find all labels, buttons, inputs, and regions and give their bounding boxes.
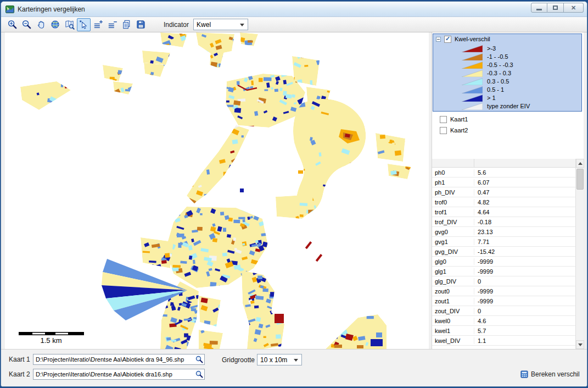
toolbar-buttons xyxy=(5,18,148,31)
window-title: Karteringen vergelijken xyxy=(18,5,85,13)
scroll-down-button[interactable] xyxy=(576,340,584,349)
kaart1-checkbox[interactable] xyxy=(440,116,447,123)
gridgrootte-value: 10 x 10m xyxy=(260,356,287,364)
indicator-select[interactable]: Kwel xyxy=(193,19,248,30)
minimize-icon xyxy=(536,9,542,10)
attribute-table-body: ph05.6ph16.07ph_DIV0.47trof04.82trof14.6… xyxy=(432,168,575,346)
maximize-button[interactable] xyxy=(547,3,564,13)
zoom-out-button[interactable] xyxy=(20,18,33,31)
row-key: trof1 xyxy=(432,209,474,215)
layer-list: Kaart1Kaart2 xyxy=(440,114,468,136)
calculator-icon xyxy=(520,370,528,378)
layer-row-kaart1: Kaart1 xyxy=(440,114,468,125)
table-row: trof04.82 xyxy=(432,197,575,207)
table-row: gvg17.71 xyxy=(432,237,575,247)
toolbar: Indicator Kwel xyxy=(1,17,587,32)
zoom-in-button[interactable] xyxy=(5,18,19,31)
kaart1-browse-icon[interactable] xyxy=(195,355,204,364)
map-panel: 1.5 km xyxy=(5,32,429,349)
attribute-table: ph05.6ph16.07ph_DIV0.47trof04.82trof14.6… xyxy=(432,159,575,349)
select-arrow-button[interactable] xyxy=(77,18,91,31)
client-area: 1.5 km Kwel-verschil >-3-1 - -0.5-0.5 - … xyxy=(1,32,587,349)
full-extent-globe-button[interactable] xyxy=(48,18,62,31)
table-row: glg0-9999 xyxy=(432,257,575,267)
maximize-icon xyxy=(553,5,558,10)
gridgrootte-select[interactable]: 10 x 10m xyxy=(257,354,302,365)
app-window: Karteringen vergelijken ✕ Indicator Kwel… xyxy=(1,1,587,387)
row-value: -0.18 xyxy=(474,219,575,225)
table-row: trof_DIV-0.18 xyxy=(432,217,575,227)
kwel-verschil-checkbox[interactable] xyxy=(444,36,451,43)
table-scrollbar[interactable] xyxy=(575,159,584,349)
app-icon xyxy=(5,5,14,14)
copy-button[interactable] xyxy=(120,18,133,31)
minimize-button[interactable] xyxy=(531,3,547,13)
legend-items: >-3-1 - -0.5-0.5 - -0.3-0.3 - 0.30.3 - 0… xyxy=(433,44,581,110)
legend-item: -1 - -0.5 xyxy=(462,52,581,60)
legend-swatch xyxy=(462,78,483,85)
add-lines-button[interactable] xyxy=(91,18,105,31)
legend-swatch xyxy=(462,70,483,77)
table-row: ph16.07 xyxy=(432,178,575,187)
zoom-in-icon xyxy=(7,19,18,30)
table-row: ph_DIV0.47 xyxy=(432,187,575,197)
table-row: trof14.64 xyxy=(432,207,575,217)
gridgrootte-label: Gridgrootte xyxy=(222,356,255,364)
row-value: 4.64 xyxy=(474,209,575,215)
scale-label: 1.5 km xyxy=(40,336,61,345)
row-value: 4.6 xyxy=(474,318,575,324)
legend-swatch xyxy=(462,95,483,102)
remove-lines-button[interactable] xyxy=(105,18,119,31)
kaart1-path-input[interactable] xyxy=(33,354,205,365)
row-value: 6.07 xyxy=(474,179,575,186)
legend-item: 0.3 - 0.5 xyxy=(462,77,581,85)
kaart2-browse-icon[interactable] xyxy=(195,370,204,379)
zoom-to-map-button[interactable] xyxy=(63,18,76,31)
save-button[interactable] xyxy=(134,18,148,31)
layer-panel: Kwel-verschil >-3-1 - -0.5-0.5 - -0.3-0.… xyxy=(432,32,584,349)
row-value: -9999 xyxy=(474,298,575,304)
scroll-up-icon xyxy=(578,162,583,165)
scroll-thumb[interactable] xyxy=(576,169,584,190)
table-row: kwel04.6 xyxy=(432,316,575,326)
row-key: trof0 xyxy=(432,199,474,206)
table-row: gvg_DIV-15.42 xyxy=(432,247,575,257)
table-row: ph05.6 xyxy=(432,168,575,178)
legend-swatch xyxy=(462,62,483,69)
legend-swatch xyxy=(462,86,483,93)
titlebar[interactable]: Karteringen vergelijken ✕ xyxy=(1,2,587,17)
row-key: trof_DIV xyxy=(432,219,474,225)
close-button[interactable]: ✕ xyxy=(564,3,584,13)
legend-swatch xyxy=(462,45,483,52)
scroll-up-button[interactable] xyxy=(576,159,584,168)
bereken-verschil-label: Bereken verschil xyxy=(531,370,580,378)
table-row: glg1-9999 xyxy=(432,267,575,276)
row-value: 23.13 xyxy=(474,229,575,235)
bereken-verschil-button[interactable]: Bereken verschil xyxy=(520,370,580,378)
table-row: gvg023.13 xyxy=(432,227,575,237)
select-arrow-icon xyxy=(79,19,89,30)
scalebar: 1.5 km xyxy=(19,332,84,345)
legend-panel[interactable]: Kwel-verschil >-3-1 - -0.5-0.5 - -0.3-0.… xyxy=(433,34,582,112)
legend-label: -0.3 - 0.3 xyxy=(487,70,511,77)
legend-item: 0.5 - 1 xyxy=(462,85,581,93)
legend-swatch xyxy=(462,103,483,110)
map-canvas[interactable]: 1.5 km xyxy=(5,32,429,349)
kaart2-checkbox[interactable] xyxy=(440,127,447,134)
scroll-down-icon xyxy=(578,343,583,346)
save-icon xyxy=(136,19,146,30)
legend-label: -0.5 - -0.3 xyxy=(487,62,513,69)
row-value: 1.1 xyxy=(474,337,575,344)
pan-hand-button[interactable] xyxy=(34,18,48,31)
row-key: ph0 xyxy=(432,169,474,176)
row-value: -9999 xyxy=(474,268,575,275)
table-row: zout_DIV0 xyxy=(432,306,575,316)
kaart2-path-input[interactable] xyxy=(33,369,205,380)
close-icon: ✕ xyxy=(571,4,576,12)
zoom-out-icon xyxy=(21,19,32,30)
legend-label: 0.3 - 0.5 xyxy=(487,78,509,85)
row-key: kwel1 xyxy=(432,328,474,334)
tree-collapse-icon[interactable] xyxy=(436,37,441,42)
row-key: gvg0 xyxy=(432,229,474,235)
kaart1-label: Kaart 1 xyxy=(9,356,33,363)
